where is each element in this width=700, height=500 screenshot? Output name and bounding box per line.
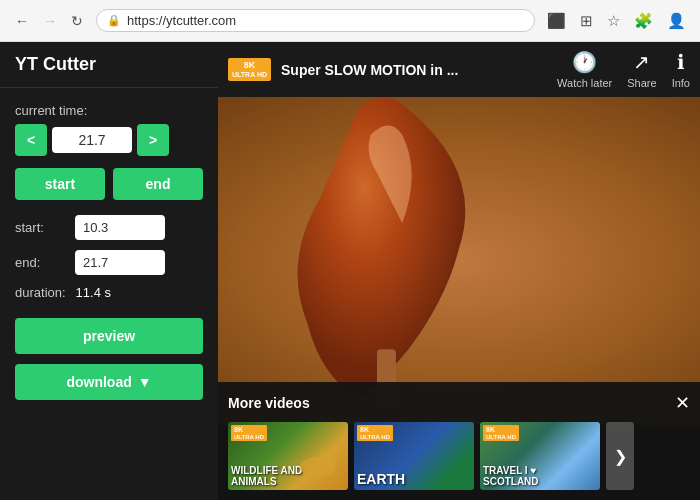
end-field-input[interactable] [75, 250, 165, 275]
video-badge: 8K ULTRA HD [228, 58, 271, 81]
share-icon: ↗ [633, 50, 650, 74]
video-actions: 🕐 Watch later ↗ Share ℹ Info [557, 50, 690, 89]
tab-search-button[interactable]: ⊞ [576, 10, 597, 32]
video-content-svg [218, 97, 700, 425]
share-action[interactable]: ↗ Share [627, 50, 656, 89]
profile-button[interactable]: 👤 [663, 10, 690, 32]
time-control: < > [15, 124, 203, 156]
controls-area: current time: < > start end start: end: … [0, 88, 218, 415]
more-videos-title: More videos [228, 395, 310, 411]
watch-later-icon: 🕐 [572, 50, 597, 74]
more-videos-panel: More videos ✕ 8KULTRA HD WILDLIFE ANDANI… [218, 382, 700, 500]
svg-point-8 [320, 452, 326, 458]
thumbnails-row: 8KULTRA HD WILDLIFE ANDANIMALS 8KULTRA H… [228, 422, 690, 490]
start-field-input[interactable] [75, 215, 165, 240]
more-videos-header: More videos ✕ [228, 392, 690, 414]
current-time-label: current time: [15, 103, 203, 118]
info-icon: ℹ [677, 50, 685, 74]
thumbnail-scotland-badge: 8KULTRA HD [483, 425, 519, 441]
video-title: Super SLOW MOTION in ... [281, 62, 547, 78]
left-panel: YT Cutter current time: < > start end st… [0, 42, 218, 500]
download-button[interactable]: download ▼ [15, 364, 203, 400]
decrement-time-button[interactable]: < [15, 124, 47, 156]
app-title: YT Cutter [0, 42, 218, 88]
end-field-label: end: [15, 255, 65, 270]
address-bar[interactable]: 🔒 https://ytcutter.com [96, 9, 535, 32]
nav-buttons: ← → ↻ [10, 11, 88, 31]
increment-time-button[interactable]: > [137, 124, 169, 156]
bookmark-button[interactable]: ☆ [603, 10, 624, 32]
video-image [218, 97, 700, 425]
url-text: https://ytcutter.com [127, 13, 524, 28]
watch-later-label: Watch later [557, 77, 612, 89]
duration-row: duration: 11.4 s [15, 285, 203, 300]
more-videos-close-button[interactable]: ✕ [675, 392, 690, 414]
duration-label: duration: [15, 285, 66, 300]
forward-button[interactable]: → [38, 11, 62, 31]
video-header: 8K ULTRA HD Super SLOW MOTION in ... 🕐 W… [218, 42, 700, 97]
duration-value: 11.4 s [76, 285, 111, 300]
end-field-row: end: [15, 250, 203, 275]
start-field-row: start: [15, 215, 203, 240]
thumbnail-wildlife[interactable]: 8KULTRA HD WILDLIFE ANDANIMALS [228, 422, 348, 490]
screen-cast-button[interactable]: ⬛ [543, 10, 570, 32]
set-start-button[interactable]: start [15, 168, 105, 200]
refresh-button[interactable]: ↻ [66, 11, 88, 31]
back-button[interactable]: ← [10, 11, 34, 31]
current-time-input[interactable] [52, 127, 132, 153]
start-end-row: start end [15, 168, 203, 200]
thumbnail-scotland-title: TRAVEL I ♥SCOTLAND [483, 465, 597, 487]
thumbnail-earth-badge: 8KULTRA HD [357, 425, 393, 441]
lock-icon: 🔒 [107, 14, 121, 27]
info-label: Info [672, 77, 690, 89]
info-action[interactable]: ℹ Info [672, 50, 690, 89]
extensions-button[interactable]: 🧩 [630, 10, 657, 32]
thumbnail-earth-title: EARTH [357, 471, 471, 487]
share-label: Share [627, 77, 656, 89]
svg-rect-0 [218, 97, 700, 425]
set-end-button[interactable]: end [113, 168, 203, 200]
video-frame[interactable] [218, 97, 700, 425]
start-field-label: start: [15, 220, 65, 235]
download-arrow-icon: ▼ [138, 374, 152, 390]
watch-later-action[interactable]: 🕐 Watch later [557, 50, 612, 89]
download-label: download [66, 374, 131, 390]
right-panel: 8K ULTRA HD Super SLOW MOTION in ... 🕐 W… [218, 42, 700, 500]
badge-sub-label: ULTRA HD [232, 71, 267, 79]
main-layout: YT Cutter current time: < > start end st… [0, 42, 700, 500]
browser-chrome: ← → ↻ 🔒 https://ytcutter.com ⬛ ⊞ ☆ 🧩 👤 [0, 0, 700, 42]
wildlife-icon [293, 442, 343, 482]
preview-button[interactable]: preview [15, 318, 203, 354]
browser-actions: ⬛ ⊞ ☆ 🧩 👤 [543, 10, 690, 32]
badge-label: 8K [232, 60, 267, 71]
thumbnail-earth[interactable]: 8KULTRA HD EARTH [354, 422, 474, 490]
next-thumbnails-button[interactable]: ❯ [606, 422, 634, 490]
thumbnail-scotland[interactable]: 8KULTRA HD TRAVEL I ♥SCOTLAND [480, 422, 600, 490]
thumbnail-wildlife-badge: 8KULTRA HD [231, 425, 267, 441]
